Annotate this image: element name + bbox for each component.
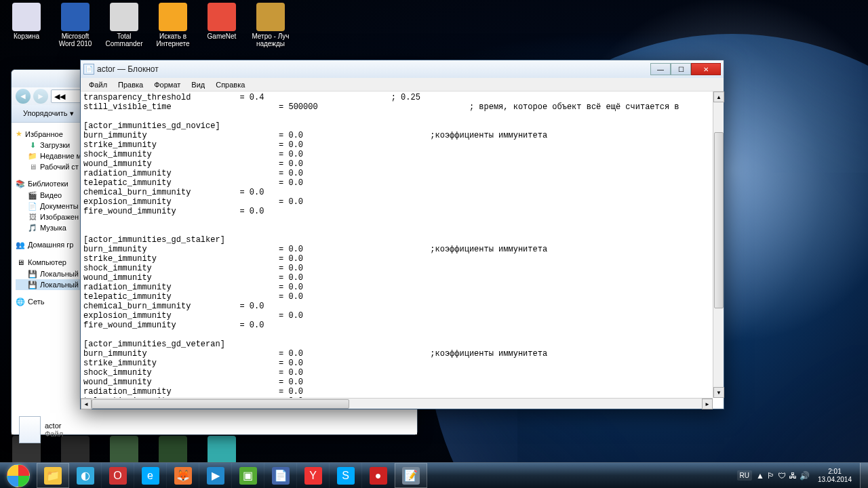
- notepad-window: 📄 actor — Блокнот ― ☐ ✕ ФайлПравкаФормат…: [80, 60, 724, 409]
- file-type: Файл: [45, 430, 63, 438]
- taskbar-item[interactable]: ●: [362, 463, 395, 488]
- vertical-scrollbar[interactable]: ▲ ▼: [713, 92, 724, 398]
- file-item[interactable]: actor Файл: [19, 416, 63, 443]
- menu-item[interactable]: Правка: [113, 79, 149, 90]
- address-text: ◀◀: [54, 92, 65, 101]
- taskbar-app-icon: e: [142, 467, 159, 485]
- taskbar-item[interactable]: 🦊: [167, 463, 199, 488]
- notepad-title: actor — Блокнот: [97, 64, 650, 74]
- app-icon: [208, 3, 236, 31]
- nav-back-icon[interactable]: ◄: [16, 89, 31, 104]
- item-icon: 💾: [28, 269, 37, 279]
- group-icon: 🖥: [16, 258, 25, 267]
- nav-forward-icon[interactable]: ►: [33, 89, 48, 104]
- group-label: Библиотеки: [28, 180, 68, 188]
- taskbar-item[interactable]: O: [102, 463, 134, 488]
- item-label: Загрузки: [40, 141, 70, 149]
- taskbar-item[interactable]: ▣: [232, 463, 264, 488]
- menu-item[interactable]: Файл: [83, 79, 113, 90]
- star-icon: ★: [16, 129, 22, 138]
- menu-item[interactable]: Справка: [210, 79, 250, 90]
- app-icon: [61, 436, 90, 464]
- scroll-down-icon[interactable]: ▼: [713, 387, 724, 398]
- desktop-icon[interactable]: Корзина: [5, 3, 47, 47]
- notepad-app-icon: 📄: [83, 64, 94, 75]
- item-icon: 💾: [28, 280, 37, 289]
- taskbar-item[interactable]: Y: [297, 463, 330, 488]
- app-icon: [110, 436, 138, 464]
- desktop-icon[interactable]: GameNet: [201, 3, 243, 47]
- tray-icon[interactable]: 🔊: [798, 471, 811, 481]
- item-label: Недавние м: [40, 152, 81, 160]
- taskbar-item[interactable]: ▶: [199, 463, 232, 488]
- menu-item[interactable]: Формат: [149, 79, 186, 90]
- taskbar-app-icon: O: [109, 467, 127, 485]
- horizontal-scrollbar[interactable]: ◄ ►: [81, 398, 713, 409]
- clock[interactable]: 2:01 13.04.2014: [814, 468, 856, 484]
- desktop-icon[interactable]: Total Commander: [103, 3, 145, 47]
- scroll-thumb[interactable]: [714, 132, 724, 308]
- item-icon: 🖼: [28, 212, 37, 222]
- tray-icon[interactable]: 🖧: [787, 471, 798, 481]
- taskbar-app-icon: ●: [370, 467, 387, 485]
- notepad-minimize-button[interactable]: ―: [650, 63, 671, 75]
- taskbar-app-icon: 🦊: [174, 467, 192, 485]
- start-button[interactable]: [0, 463, 37, 489]
- taskbar-app-icon: S: [337, 467, 355, 485]
- item-icon: ⬇: [28, 140, 37, 150]
- item-icon: 📄: [28, 201, 37, 211]
- tray-icon[interactable]: ▲: [755, 471, 766, 481]
- icon-label: GameNet: [201, 33, 243, 40]
- file-name: actor: [45, 422, 63, 430]
- item-label: Локальный: [40, 281, 79, 289]
- icon-label: Искать в Интернете: [152, 33, 194, 47]
- item-icon: 📁: [28, 151, 37, 161]
- organize-button[interactable]: Упорядочить ▾: [17, 107, 80, 120]
- windows-logo-icon: [7, 464, 30, 487]
- desktop-icon[interactable]: Microsoft Word 2010: [54, 3, 96, 47]
- app-icon: [256, 3, 285, 31]
- notepad-content[interactable]: transparency_threshold = 0.4 ; 0.25 stil…: [81, 92, 724, 398]
- app-icon: [110, 3, 138, 31]
- item-label: Музыка: [40, 224, 66, 232]
- group-icon: 🌐: [16, 297, 25, 306]
- icon-label: Корзина: [5, 33, 47, 40]
- notepad-close-button[interactable]: ✕: [691, 63, 721, 75]
- app-icon: [61, 3, 90, 31]
- taskbar-item[interactable]: e: [134, 463, 167, 488]
- clock-date: 13.04.2014: [818, 476, 852, 484]
- folder-icon: 📚: [16, 179, 25, 188]
- desktop-icon[interactable]: Искать в Интернете: [152, 3, 194, 47]
- notepad-maximize-button[interactable]: ☐: [671, 63, 691, 75]
- group-label: Избранное: [25, 130, 63, 138]
- scroll-thumb-h[interactable]: [92, 399, 349, 409]
- file-icon: [19, 416, 41, 443]
- taskbar-item[interactable]: 📁: [37, 463, 69, 488]
- item-label: Локальный: [40, 270, 79, 278]
- item-icon: 🖥: [28, 162, 37, 171]
- taskbar-item[interactable]: 📄: [264, 463, 297, 488]
- scroll-right-icon[interactable]: ►: [702, 399, 713, 409]
- app-icon: [208, 436, 236, 464]
- language-indicator[interactable]: RU: [737, 470, 752, 481]
- taskbar-app-icon: ▶: [207, 467, 224, 485]
- menu-item[interactable]: Вид: [186, 79, 210, 90]
- tray-icon[interactable]: 🏳: [766, 471, 776, 481]
- app-icon: [159, 436, 187, 464]
- notepad-menubar: ФайлПравкаФорматВидСправка: [81, 78, 724, 92]
- scroll-left-icon[interactable]: ◄: [81, 399, 92, 409]
- taskbar-item[interactable]: ◐: [69, 463, 102, 488]
- show-desktop-button[interactable]: [860, 463, 868, 489]
- item-label: Видео: [40, 191, 62, 199]
- tray-icon[interactable]: 🛡: [776, 471, 787, 481]
- item-label: Изображен: [40, 213, 79, 221]
- taskbar-item[interactable]: 📝: [395, 463, 427, 488]
- desktop-icon[interactable]: Метро - Луч надежды: [250, 3, 292, 47]
- icon-label: Метро - Луч надежды: [250, 33, 292, 47]
- taskbar-app-icon: ▣: [239, 467, 257, 485]
- taskbar-item[interactable]: S: [330, 463, 362, 488]
- group-label: Домашняя гр: [28, 241, 73, 249]
- group-label: Сеть: [28, 298, 44, 306]
- taskbar: 📁◐Oe🦊▶▣📄YS●📝 RU ▲🏳🛡🖧🔊 2:01 13.04.2014: [0, 462, 868, 488]
- scroll-up-icon[interactable]: ▲: [713, 92, 724, 102]
